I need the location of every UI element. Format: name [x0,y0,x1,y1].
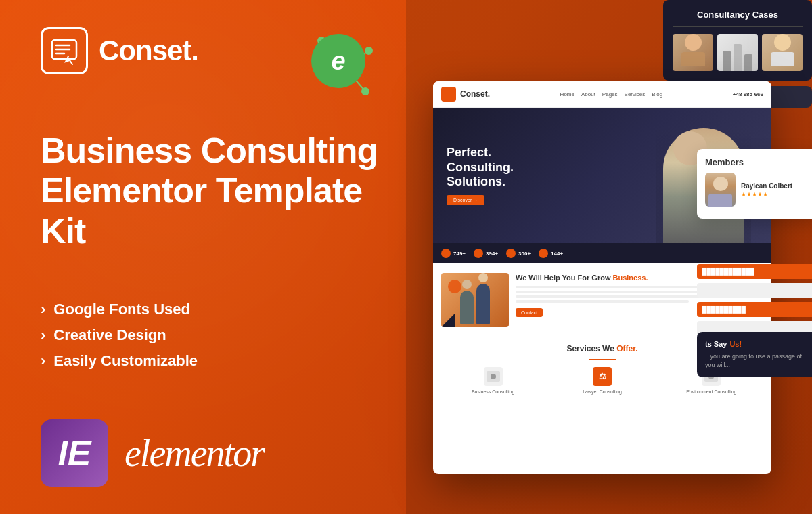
mockup-logo: Conset. [441,87,490,102]
hero-text: Perfect. Consulting. Solutions. Discover… [447,146,514,205]
orange-strip-1: ████████████ [697,264,812,279]
logo-icon [41,27,88,74]
stat-1: 749+ [441,249,466,258]
stat-icon-1 [441,249,451,258]
nav-link-4: Services [625,91,646,98]
arrow-icon-2: › [41,326,45,344]
feature-label-3: Easily Customizable [53,352,198,370]
elementor-logo-box: IE [41,419,108,487]
hero-btn: Discover → [447,195,484,205]
mockup-nav: Conset. Home About Pages Services Blog +… [433,81,771,108]
right-panel: Consultancy Cases [420,0,812,514]
svg-point-11 [491,374,496,379]
testimonials-panel: ts Say Us! ...you are going to use a pas… [697,332,812,377]
nav-link-2: About [581,91,595,98]
main-title: Business Consulting Elementor Template K… [41,131,379,252]
cases-title: Consultancy Cases [673,9,803,20]
member-name: Raylean Colbert [741,182,792,190]
stat-icon-3 [506,249,516,258]
stat-2: 394+ [474,249,498,258]
help-cta-btn: Contact [516,308,543,317]
stat-4: 144+ [539,249,563,258]
mockup-nav-links: Home About Pages Services Blog [560,91,663,98]
member-card: Raylean Colbert ★★★★★ [705,173,811,207]
right-side-panels: ████████████ ██████████ [697,264,812,336]
elementor-badge: e [311,34,379,102]
testimonials-title: ts Say [705,340,727,348]
feature-item-1: › Google Fonts Used [41,301,379,318]
service-name-3: Environment Consulting [660,389,763,395]
stat-value-4: 144+ [551,251,563,257]
case-img-1 [673,34,713,71]
service-icon-2: ⚖ [593,367,612,386]
service-card-2: ⚖ Lawyer Consulting [550,367,654,395]
mockup-phone: +48 985-666 [733,91,763,98]
arrow-icon-3: › [41,352,45,370]
testimonials-subtitle: Us! [729,340,742,348]
cases-images [673,34,803,71]
stat-3: 300+ [506,249,531,258]
member-stars: ★★★★★ [741,191,792,198]
service-name-1: Business Consulting [441,389,545,395]
e-icon: e [311,34,365,88]
member-info: Raylean Colbert ★★★★★ [741,182,792,198]
svg-point-9 [361,87,369,95]
help-image [441,273,509,327]
nav-link-5: Blog [652,91,662,98]
service-card-1: Business Consulting [441,367,545,395]
arrow-icon-1: › [41,301,45,318]
testimonials-text: ...you are going to use a passage of you… [705,352,811,369]
elementor-wordmark: elementor [125,431,264,475]
feature-label-2: Creative Design [53,326,166,344]
mockup-stats: 749+ 394+ 300+ 144+ [433,243,771,263]
stat-value-2: 394+ [486,251,498,257]
service-name-2: Lawyer Consulting [550,389,654,395]
features-list: › Google Fonts Used › Creative Design › … [41,301,379,370]
service-icon-1 [484,367,503,386]
feature-item-2: › Creative Design [41,326,379,344]
stat-value-3: 300+ [518,251,531,257]
orange-strip-2: ██████████ [697,302,812,317]
left-panel: Conset. e [0,0,420,514]
stat-icon-2 [474,249,483,258]
hero-title: Perfect. Consulting. Solutions. [447,146,514,190]
mockup-logo-icon [441,87,456,102]
feature-item-3: › Easily Customizable [41,352,379,370]
member-avatar [705,173,736,207]
members-title: Members [705,157,811,167]
bottom-logos: IE elementor [41,419,379,487]
heading-line1: Business Consulting Elementor Template K… [41,131,379,252]
members-panel: Members Raylean Colbert ★★★★★ [697,149,812,219]
cases-panel: Consultancy Cases [663,0,812,81]
case-img-3 [762,34,803,71]
nav-link-1: Home [560,91,574,98]
case-img-2 [717,34,758,71]
stat-icon-4 [539,249,548,258]
nav-link-3: Pages [602,91,618,98]
services-divider [589,359,616,360]
logo-text: Conset. [99,35,198,67]
feature-label-1: Google Fonts Used [53,301,190,318]
gray-strip-1 [697,283,812,298]
stat-value-1: 749+ [453,251,466,257]
svg-point-8 [365,47,373,55]
elementor-ie-icon: IE [58,433,91,473]
main-container: Conset. e [0,0,812,514]
svg-text:⚖: ⚖ [598,372,606,381]
mockup-logo-text: Conset. [460,89,490,99]
